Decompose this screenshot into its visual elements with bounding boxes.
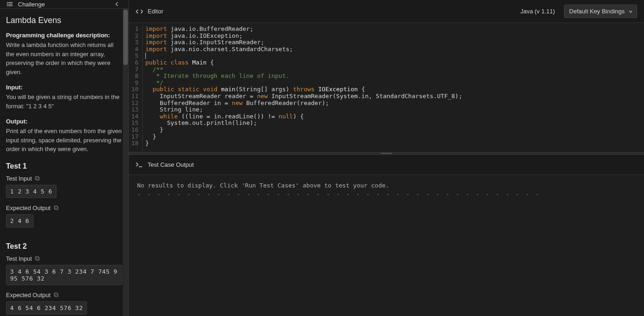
copy-icon[interactable]: [34, 256, 40, 261]
list-icon: [7, 1, 13, 7]
code-icon: [136, 8, 143, 15]
editor-gutter: 123456789101112131415161718: [129, 26, 143, 152]
test2-expected-label-text: Expected Output: [6, 292, 51, 298]
terminal-icon: [136, 162, 143, 168]
svg-point-3: [7, 2, 7, 3]
output-divider: - - - - - - - - - - - - - - - - - - - - …: [137, 191, 636, 198]
test1-expected-value: 2 4 6: [6, 214, 34, 228]
svg-rect-7: [35, 176, 39, 180]
svg-rect-11: [35, 257, 39, 260]
sidebar-header: Challenge: [0, 0, 128, 9]
svg-rect-6: [36, 177, 40, 180]
test2-expected-value: 4 6 54 6 234 576 32: [6, 301, 87, 315]
test2-expected-label: Expected Output: [6, 292, 122, 298]
output-message: No results to display. Click 'Run Test C…: [137, 182, 636, 189]
copy-icon[interactable]: [34, 176, 40, 181]
svg-rect-9: [54, 206, 58, 209]
sidebar-content: Lambda Evens Programming challenge descr…: [0, 9, 128, 316]
svg-point-5: [7, 6, 7, 6]
sidebar-scrollbar[interactable]: [123, 9, 128, 316]
input-heading: Input:: [6, 84, 122, 91]
editor-code[interactable]: import java.io.BufferedReader;import jav…: [143, 26, 462, 152]
test1-expected-label: Expected Output: [6, 205, 122, 211]
input-body: You will be given a string of numbers in…: [6, 93, 122, 111]
test2-input-value: 3 4 6 54 3 6 7 3 234 7 745 995 576 32: [6, 265, 122, 285]
chevron-down-icon: [628, 9, 633, 14]
keybindings-value: Default Key Bindings: [569, 8, 625, 15]
desc-body: Write a lambda function which returns al…: [6, 41, 122, 76]
output-body: Print all of the even numbers from the g…: [6, 127, 122, 154]
code-editor[interactable]: 123456789101112131415161718 import java.…: [129, 23, 644, 152]
challenge-title: Lambda Evens: [6, 16, 122, 25]
test1-input-label: Test Input: [6, 175, 122, 182]
copy-icon[interactable]: [53, 292, 59, 298]
collapse-sidebar-button[interactable]: [113, 0, 121, 8]
sidebar-scrollbar-thumb[interactable]: [123, 10, 128, 65]
test2-input-label: Test Input: [6, 255, 122, 262]
output-heading: Output:: [6, 118, 122, 125]
editor-header-label: Editor: [148, 8, 163, 15]
test2-input-label-text: Test Input: [6, 255, 32, 262]
desc-heading: Programming challenge description:: [6, 32, 122, 39]
svg-point-4: [7, 4, 7, 5]
language-label: Java (v 1.11): [520, 8, 555, 15]
test1-input-value: 1 2 3 4 5 6: [6, 185, 57, 198]
test1-input-label-text: Test Input: [6, 175, 32, 182]
svg-rect-10: [36, 257, 40, 260]
output-header: Test Case Output: [129, 155, 644, 175]
challenge-sidebar: Challenge Lambda Evens Programming chall…: [0, 0, 129, 316]
svg-rect-13: [54, 293, 58, 296]
test1-expected-label-text: Expected Output: [6, 205, 51, 211]
svg-rect-8: [55, 206, 58, 210]
sidebar-header-label: Challenge: [18, 1, 45, 8]
editor-header: Editor Java (v 1.11) Default Key Binding…: [129, 0, 644, 23]
svg-rect-12: [55, 293, 58, 297]
main-area: Editor Java (v 1.11) Default Key Binding…: [129, 0, 644, 316]
output-header-label: Test Case Output: [148, 161, 194, 168]
copy-icon[interactable]: [53, 205, 59, 211]
test2-heading: Test 2: [6, 242, 122, 251]
splitter-handle-icon: [381, 153, 392, 154]
keybindings-select[interactable]: Default Key Bindings: [564, 5, 637, 18]
output-body: No results to display. Click 'Run Test C…: [129, 175, 644, 316]
test1-heading: Test 1: [6, 162, 122, 170]
